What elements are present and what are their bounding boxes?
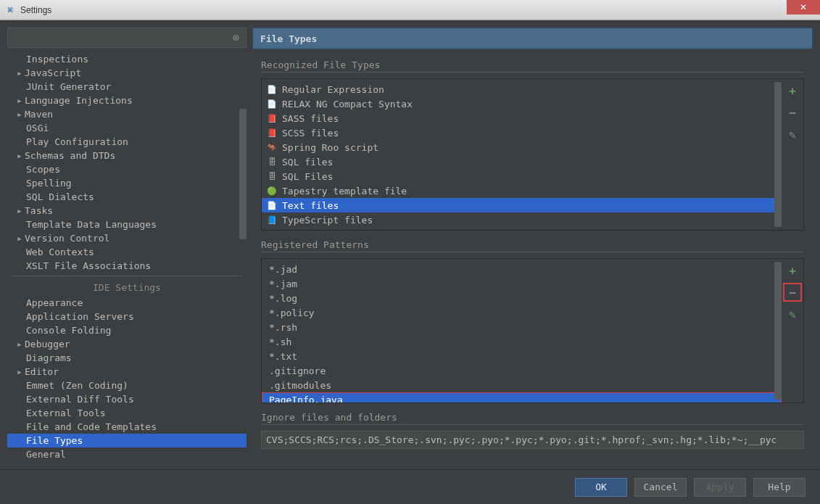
file-type-label: Tapestry template file [282, 186, 407, 197]
pattern-label: *.log [266, 293, 297, 304]
file-type-row[interactable]: 📕SCSS files [262, 125, 782, 140]
pattern-row[interactable]: *.sh [262, 334, 782, 349]
pattern-label: .gitmodules [266, 380, 331, 391]
pattern-row[interactable]: .gitmodules [262, 378, 782, 392]
tree-item[interactable]: Spelling [7, 176, 247, 190]
file-type-row[interactable]: 📄RELAX NG Compact Syntax [262, 96, 782, 111]
tree-item[interactable]: ▶Tasks [7, 204, 247, 218]
tree-item[interactable]: External Tools [7, 406, 247, 420]
edit-pattern-button[interactable]: ✎ [785, 307, 800, 321]
tree-item[interactable]: External Diff Tools [7, 392, 247, 406]
tree-item[interactable]: General [7, 447, 247, 461]
tree-item[interactable]: Inspections [7, 52, 247, 66]
close-button[interactable]: ✕ [787, 0, 820, 15]
pattern-row[interactable]: PageInfo.java [262, 392, 782, 402]
tree-item[interactable]: ▶Schemas and DTDs [7, 149, 247, 162]
tree-item-label: JavaScript [25, 67, 81, 78]
help-button[interactable]: Help [753, 478, 805, 497]
expand-arrow-icon[interactable]: ▶ [15, 207, 25, 215]
pattern-row[interactable]: *.rsh [262, 320, 782, 334]
expand-arrow-icon[interactable]: ▶ [15, 70, 25, 77]
patterns-body[interactable]: *.jad*.jam*.log*.policy*.rsh*.sh*.txt.gi… [262, 259, 782, 402]
file-type-row[interactable]: 📄Text files [262, 198, 782, 212]
tree-item-label: Web Contexts [26, 247, 94, 257]
body-area: ⊗ Inspections▶JavaScriptJUnit Generator▶… [0, 20, 820, 469]
tree-item[interactable]: Template Data Languages [7, 218, 247, 231]
main-content: Recognized File Types 📄Regular Expressio… [252, 49, 813, 462]
tree-item[interactable]: XSLT File Associations [7, 259, 247, 273]
tree-item-label: JUnit Generator [26, 81, 111, 92]
tree-item[interactable]: ▶Debugger [7, 337, 247, 351]
tree-item[interactable]: OSGi [7, 121, 247, 135]
file-types-toolbar: + − ✎ [782, 79, 803, 230]
pattern-label: .gitignore [266, 365, 326, 376]
pattern-label: *.jad [266, 264, 297, 275]
patterns-scrollbar[interactable] [774, 262, 782, 400]
file-types-scrollbar[interactable] [774, 82, 782, 227]
expand-arrow-icon[interactable]: ▶ [15, 235, 25, 242]
tree-item[interactable]: File Types [7, 434, 247, 447]
tree-item[interactable]: ▶JavaScript [7, 66, 247, 80]
settings-tree[interactable]: Inspections▶JavaScriptJUnit Generator▶La… [7, 51, 247, 462]
tree-item[interactable]: File and Code Templates [7, 420, 247, 434]
file-type-row[interactable]: 📕SASS files [262, 111, 782, 125]
expand-arrow-icon[interactable]: ▶ [15, 97, 25, 104]
expand-arrow-icon[interactable]: ▶ [15, 152, 25, 160]
expand-arrow-icon[interactable]: ▶ [15, 111, 25, 118]
tree-item[interactable]: JUnit Generator [7, 80, 247, 94]
search-input[interactable] [12, 33, 230, 44]
tree-item[interactable]: Emmet (Zen Coding) [7, 379, 247, 392]
tree-item[interactable]: Scopes [7, 162, 247, 176]
remove-pattern-button[interactable]: − [785, 285, 800, 299]
tree-item-label: Template Data Languages [26, 219, 157, 230]
add-pattern-button[interactable]: + [785, 263, 800, 278]
expand-arrow-icon[interactable]: ▶ [15, 341, 25, 348]
file-type-row[interactable]: 🗄SQL files [262, 154, 782, 169]
file-type-label: Spring Roo script [282, 142, 378, 153]
pattern-label: *.sh [266, 336, 291, 347]
tree-item[interactable]: Console Folding [7, 323, 247, 337]
titlebar: ⌘ Settings ✕ [0, 0, 820, 20]
file-type-icon: 📄 [266, 199, 278, 211]
patterns-toolbar: + − ✎ [782, 259, 803, 402]
pattern-row[interactable]: *.policy [262, 305, 782, 320]
expand-arrow-icon[interactable]: ▶ [15, 368, 25, 376]
pattern-row[interactable]: *.txt [262, 349, 782, 363]
pattern-row[interactable]: .gitignore [262, 363, 782, 378]
apply-button[interactable]: Apply [694, 478, 746, 497]
clear-search-icon[interactable]: ⊗ [230, 32, 241, 44]
tree-item[interactable]: SQL Dialects [7, 190, 247, 204]
remove-file-type-button[interactable]: − [785, 105, 800, 120]
add-file-type-button[interactable]: + [785, 83, 800, 98]
file-types-body[interactable]: 📄Regular Expression📄RELAX NG Compact Syn… [262, 79, 782, 230]
file-type-row[interactable]: 📄Regular Expression [262, 82, 782, 96]
tree-item[interactable]: ▶Maven [7, 107, 247, 121]
tree-item[interactable]: Diagrams [7, 351, 247, 365]
file-type-row[interactable]: 🦘Spring Roo script [262, 140, 782, 154]
sidebar: ⊗ Inspections▶JavaScriptJUnit Generator▶… [7, 28, 247, 462]
tree-item[interactable]: ▶Version Control [7, 231, 247, 245]
tree-item[interactable]: ▶Language Injections [7, 94, 247, 107]
pattern-row[interactable]: *.jam [262, 276, 782, 291]
file-type-row[interactable]: 🟢Tapestry template file [262, 183, 782, 198]
tree-item[interactable]: Application Servers [7, 310, 247, 323]
file-type-row[interactable]: 📘TypeScript files [262, 212, 782, 227]
tree-item-label: File Types [26, 435, 83, 446]
pattern-row[interactable]: *.log [262, 291, 782, 305]
tree-item[interactable]: Web Contexts [7, 245, 247, 259]
ok-button[interactable]: OK [575, 478, 627, 497]
ignore-input[interactable]: CVS;SCCS;RCS;rcs;.DS_Store;.svn;.pyc;.py… [261, 431, 804, 449]
edit-file-type-button[interactable]: ✎ [785, 127, 800, 141]
pattern-row[interactable]: *.jad [262, 262, 782, 276]
tree-scrollbar[interactable] [239, 109, 247, 239]
file-type-icon: 🟢 [266, 185, 278, 197]
search-box[interactable]: ⊗ [7, 28, 247, 48]
tree-item[interactable]: Appearance [7, 296, 247, 310]
cancel-button[interactable]: Cancel [634, 478, 687, 497]
tree-item[interactable]: ▶Editor [7, 365, 247, 379]
ignore-label: Ignore files and folders [261, 412, 804, 425]
tree-item[interactable]: HTTP Proxy [7, 461, 247, 462]
tree-item[interactable]: Play Configuration [7, 135, 247, 149]
file-type-row[interactable]: 🗄SQL Files [262, 169, 782, 183]
tree-item-label: Spelling [26, 178, 72, 189]
